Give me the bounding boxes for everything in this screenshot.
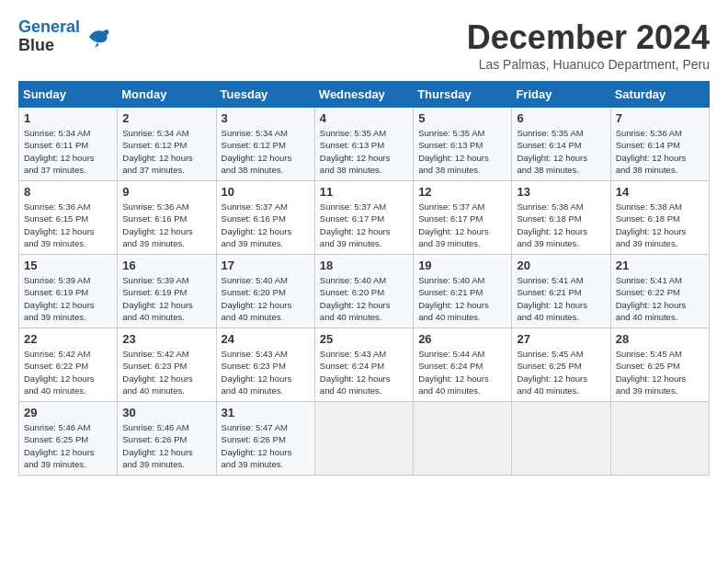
calendar-cell: 28Sunrise: 5:45 AM Sunset: 6:25 PM Dayli…: [610, 328, 709, 402]
day-number: 20: [517, 259, 605, 272]
day-number: 6: [517, 111, 605, 125]
calendar-cell: 20Sunrise: 5:41 AM Sunset: 6:21 PM Dayli…: [512, 255, 610, 328]
day-info: Sunrise: 5:35 AM Sunset: 6:14 PM Dayligh…: [517, 127, 605, 176]
day-info: Sunrise: 5:38 AM Sunset: 6:18 PM Dayligh…: [616, 201, 704, 249]
day-number: 8: [24, 185, 112, 199]
logo-bird-icon: [84, 23, 111, 51]
day-info: Sunrise: 5:36 AM Sunset: 6:14 PM Dayligh…: [616, 127, 704, 176]
day-number: 15: [24, 259, 112, 272]
calendar-cell: 24Sunrise: 5:43 AM Sunset: 6:23 PM Dayli…: [216, 328, 314, 402]
day-number: 10: [222, 185, 310, 199]
day-info: Sunrise: 5:40 AM Sunset: 6:20 PM Dayligh…: [320, 274, 408, 323]
month-title: December 2024: [467, 18, 710, 57]
calendar-cell: 15Sunrise: 5:39 AM Sunset: 6:19 PM Dayli…: [19, 255, 118, 328]
col-thursday: Thursday: [414, 82, 512, 108]
day-info: Sunrise: 5:42 AM Sunset: 6:22 PM Dayligh…: [24, 348, 112, 396]
calendar-header-row: Sunday Monday Tuesday Wednesday Thursday…: [19, 82, 710, 108]
day-number: 31: [222, 406, 310, 419]
day-info: Sunrise: 5:40 AM Sunset: 6:20 PM Dayligh…: [222, 274, 310, 323]
day-number: 23: [122, 332, 210, 346]
day-info: Sunrise: 5:34 AM Sunset: 6:11 PM Dayligh…: [24, 127, 112, 176]
day-number: 18: [320, 259, 408, 272]
calendar-cell: 17Sunrise: 5:40 AM Sunset: 6:20 PM Dayli…: [216, 255, 314, 328]
day-number: 29: [24, 406, 112, 419]
calendar-cell: [414, 402, 512, 476]
day-number: 26: [418, 332, 506, 346]
calendar-cell: 12Sunrise: 5:37 AM Sunset: 6:17 PM Dayli…: [414, 181, 512, 255]
calendar-week-row: 22Sunrise: 5:42 AM Sunset: 6:22 PM Dayli…: [19, 328, 710, 402]
day-number: 5: [418, 111, 506, 125]
calendar-cell: 22Sunrise: 5:42 AM Sunset: 6:22 PM Dayli…: [19, 328, 118, 402]
day-info: Sunrise: 5:42 AM Sunset: 6:23 PM Dayligh…: [122, 348, 210, 396]
day-info: Sunrise: 5:37 AM Sunset: 6:17 PM Dayligh…: [320, 201, 408, 249]
day-number: 16: [122, 259, 210, 272]
logo: GeneralBlue: [18, 18, 111, 55]
calendar-cell: 14Sunrise: 5:38 AM Sunset: 6:18 PM Dayli…: [610, 181, 709, 255]
day-number: 7: [616, 111, 704, 125]
day-number: 19: [418, 259, 506, 272]
day-info: Sunrise: 5:36 AM Sunset: 6:15 PM Dayligh…: [24, 201, 112, 249]
day-number: 13: [517, 185, 605, 199]
day-number: 22: [24, 332, 112, 346]
day-number: 3: [222, 111, 310, 125]
day-number: 24: [222, 332, 310, 346]
col-tuesday: Tuesday: [216, 82, 314, 108]
calendar-cell: 13Sunrise: 5:38 AM Sunset: 6:18 PM Dayli…: [512, 181, 610, 255]
calendar-cell: 19Sunrise: 5:40 AM Sunset: 6:21 PM Dayli…: [414, 255, 512, 328]
calendar-cell: 10Sunrise: 5:37 AM Sunset: 6:16 PM Dayli…: [216, 181, 314, 255]
calendar-cell: 6Sunrise: 5:35 AM Sunset: 6:14 PM Daylig…: [512, 108, 610, 181]
calendar-table: Sunday Monday Tuesday Wednesday Thursday…: [18, 81, 710, 476]
logo-text: GeneralBlue: [18, 18, 80, 55]
calendar-cell: 8Sunrise: 5:36 AM Sunset: 6:15 PM Daylig…: [19, 181, 118, 255]
day-info: Sunrise: 5:46 AM Sunset: 6:26 PM Dayligh…: [122, 421, 210, 470]
day-info: Sunrise: 5:34 AM Sunset: 6:12 PM Dayligh…: [122, 127, 210, 176]
calendar-cell: 30Sunrise: 5:46 AM Sunset: 6:26 PM Dayli…: [118, 402, 216, 476]
calendar-cell: 11Sunrise: 5:37 AM Sunset: 6:17 PM Dayli…: [314, 181, 413, 255]
day-number: 21: [616, 259, 704, 272]
title-block: December 2024 Las Palmas, Huanuco Depart…: [467, 18, 710, 72]
calendar-cell: 9Sunrise: 5:36 AM Sunset: 6:16 PM Daylig…: [118, 181, 216, 255]
calendar-cell: 16Sunrise: 5:39 AM Sunset: 6:19 PM Dayli…: [118, 255, 216, 328]
location: Las Palmas, Huanuco Department, Peru: [467, 57, 710, 72]
day-number: 17: [222, 259, 310, 272]
day-info: Sunrise: 5:44 AM Sunset: 6:24 PM Dayligh…: [418, 348, 506, 396]
day-info: Sunrise: 5:37 AM Sunset: 6:17 PM Dayligh…: [418, 201, 506, 249]
day-info: Sunrise: 5:45 AM Sunset: 6:25 PM Dayligh…: [616, 348, 704, 396]
day-info: Sunrise: 5:36 AM Sunset: 6:16 PM Dayligh…: [122, 201, 210, 249]
calendar-cell: 1Sunrise: 5:34 AM Sunset: 6:11 PM Daylig…: [19, 108, 118, 181]
calendar-cell: 25Sunrise: 5:43 AM Sunset: 6:24 PM Dayli…: [314, 328, 413, 402]
calendar-cell: 31Sunrise: 5:47 AM Sunset: 6:26 PM Dayli…: [216, 402, 314, 476]
day-number: 14: [616, 185, 704, 199]
day-info: Sunrise: 5:39 AM Sunset: 6:19 PM Dayligh…: [24, 274, 112, 323]
col-monday: Monday: [118, 82, 216, 108]
day-info: Sunrise: 5:41 AM Sunset: 6:21 PM Dayligh…: [517, 274, 605, 323]
calendar-cell: 2Sunrise: 5:34 AM Sunset: 6:12 PM Daylig…: [118, 108, 216, 181]
calendar-cell: 29Sunrise: 5:46 AM Sunset: 6:25 PM Dayli…: [19, 402, 118, 476]
svg-marker-0: [95, 42, 99, 48]
day-number: 27: [517, 332, 605, 346]
day-info: Sunrise: 5:43 AM Sunset: 6:23 PM Dayligh…: [222, 348, 310, 396]
day-info: Sunrise: 5:37 AM Sunset: 6:16 PM Dayligh…: [222, 201, 310, 249]
day-number: 4: [320, 111, 408, 125]
day-number: 30: [122, 406, 210, 419]
calendar-cell: 5Sunrise: 5:35 AM Sunset: 6:13 PM Daylig…: [414, 108, 512, 181]
day-info: Sunrise: 5:34 AM Sunset: 6:12 PM Dayligh…: [222, 127, 310, 176]
day-number: 11: [320, 185, 408, 199]
calendar-week-row: 8Sunrise: 5:36 AM Sunset: 6:15 PM Daylig…: [19, 181, 710, 255]
day-info: Sunrise: 5:45 AM Sunset: 6:25 PM Dayligh…: [517, 348, 605, 396]
day-number: 1: [24, 111, 112, 125]
calendar-cell: 3Sunrise: 5:34 AM Sunset: 6:12 PM Daylig…: [216, 108, 314, 181]
col-friday: Friday: [512, 82, 610, 108]
calendar-week-row: 29Sunrise: 5:46 AM Sunset: 6:25 PM Dayli…: [19, 402, 710, 476]
day-info: Sunrise: 5:47 AM Sunset: 6:26 PM Dayligh…: [222, 421, 310, 470]
calendar-cell: 7Sunrise: 5:36 AM Sunset: 6:14 PM Daylig…: [610, 108, 709, 181]
day-info: Sunrise: 5:40 AM Sunset: 6:21 PM Dayligh…: [418, 274, 506, 323]
day-info: Sunrise: 5:46 AM Sunset: 6:25 PM Dayligh…: [24, 421, 112, 470]
calendar-cell: [314, 402, 413, 476]
calendar-cell: 18Sunrise: 5:40 AM Sunset: 6:20 PM Dayli…: [314, 255, 413, 328]
calendar-cell: 23Sunrise: 5:42 AM Sunset: 6:23 PM Dayli…: [118, 328, 216, 402]
day-info: Sunrise: 5:43 AM Sunset: 6:24 PM Dayligh…: [320, 348, 408, 396]
day-info: Sunrise: 5:41 AM Sunset: 6:22 PM Dayligh…: [616, 274, 704, 323]
calendar-cell: 21Sunrise: 5:41 AM Sunset: 6:22 PM Dayli…: [610, 255, 709, 328]
calendar-cell: [512, 402, 610, 476]
